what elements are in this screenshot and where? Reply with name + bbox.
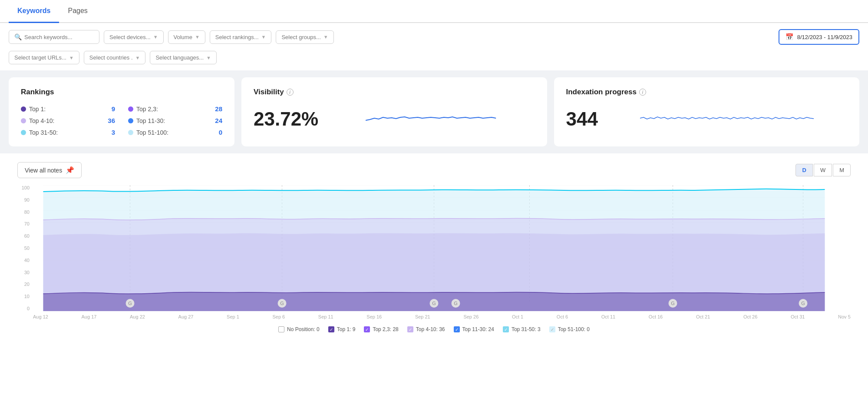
legend-checkbox-top1130[interactable]: ✓ <box>454 326 460 332</box>
pin-icon: 📌 <box>66 166 74 174</box>
countries-label: Select countries . <box>89 54 133 61</box>
volume-filter[interactable]: Volume ▼ <box>168 30 205 44</box>
search-keywords-field[interactable] <box>24 34 94 40</box>
period-day-button[interactable]: D <box>795 164 812 176</box>
top3150-value: 3 <box>112 129 115 136</box>
rankings-grid: Top 1: 9 Top 2,3: 28 Top 4-10: <box>21 105 222 136</box>
svg-text:G: G <box>801 301 805 306</box>
rankings-label: Select rankings... <box>215 34 259 40</box>
rankings-card: Rankings Top 1: 9 Top 2,3: 28 <box>9 77 234 146</box>
rankings-filter[interactable]: Select rankings... ▼ <box>210 30 272 44</box>
top51100-label: Top 51-100: <box>136 129 168 136</box>
indexation-content: 344 <box>566 105 848 133</box>
search-icon: 🔍 <box>14 33 22 40</box>
legend-checkbox-top3150[interactable]: ✓ <box>503 326 509 332</box>
legend-top23[interactable]: ✓ Top 2,3: 28 <box>364 326 398 332</box>
chart-legend: No Position: 0 ✓ Top 1: 9 ✓ Top 2,3: 28 … <box>17 326 851 332</box>
rank-item-top410: Top 4-10: 36 <box>21 117 115 124</box>
devices-label: Select devices... <box>109 34 151 40</box>
target-urls-filter[interactable]: Select target URLs... ▼ <box>9 51 79 64</box>
top23-value: 28 <box>215 105 222 113</box>
top1130-value: 24 <box>215 117 222 124</box>
top23-label: Top 2,3: <box>136 106 158 113</box>
period-buttons: D W M <box>795 164 851 176</box>
period-week-button[interactable]: W <box>814 164 832 176</box>
svg-text:G: G <box>280 301 284 306</box>
rank-item-top3150: Top 31-50: 3 <box>21 129 115 136</box>
view-notes-label: View all notes <box>25 167 62 174</box>
legend-checkbox-top1[interactable]: ✓ <box>328 326 334 332</box>
groups-filter[interactable]: Select groups... ▼ <box>276 30 333 44</box>
legend-checkbox-top51100[interactable]: ✓ <box>549 326 555 332</box>
indexation-card: Indexation progress i 344 <box>554 77 860 146</box>
chevron-down-icon: ▼ <box>206 55 211 60</box>
tabs-bar: Keywords Pages <box>0 0 868 23</box>
indexation-info-icon[interactable]: i <box>639 89 646 96</box>
visibility-content: 23.72% <box>254 105 535 133</box>
rank-item-top51100: Top 51-100: 0 <box>128 129 222 136</box>
legend-top1130[interactable]: ✓ Top 11-30: 24 <box>454 326 494 332</box>
countries-filter[interactable]: Select countries . ▼ <box>84 51 146 64</box>
tab-pages[interactable]: Pages <box>59 0 96 23</box>
tab-keywords[interactable]: Keywords <box>9 0 59 23</box>
languages-filter[interactable]: Select languages... ▼ <box>150 51 216 64</box>
legend-top1[interactable]: ✓ Top 1: 9 <box>328 326 356 332</box>
top51100-value: 0 <box>219 129 222 136</box>
rank-item-top1: Top 1: 9 <box>21 105 115 113</box>
chart-wrapper: 100 90 80 70 60 50 40 30 20 10 0 <box>17 185 851 319</box>
chart-controls: View all notes 📌 D W M <box>17 162 851 178</box>
stats-row: Rankings Top 1: 9 Top 2,3: 28 <box>0 70 868 153</box>
volume-label: Volume <box>174 34 192 40</box>
svg-text:G: G <box>454 301 458 306</box>
chevron-down-icon: ▼ <box>261 34 266 40</box>
devices-filter[interactable]: Select devices... ▼ <box>104 30 164 44</box>
visibility-title: Visibility i <box>254 88 535 96</box>
top1-value: 9 <box>112 105 115 113</box>
chevron-down-icon: ▼ <box>69 55 74 60</box>
indexation-sparkline <box>607 105 847 133</box>
svg-text:G: G <box>671 301 675 306</box>
top1-dot <box>21 106 26 112</box>
indexation-value: 344 <box>566 108 598 130</box>
legend-no-position[interactable]: No Position: 0 <box>278 326 320 332</box>
legend-top410[interactable]: ✓ Top 4-10: 36 <box>407 326 445 332</box>
top3150-label: Top 31-50: <box>29 129 58 136</box>
top410-dot <box>21 118 26 123</box>
visibility-sparkline <box>327 105 535 133</box>
legend-checkbox-no-position[interactable] <box>278 326 284 332</box>
legend-top3150[interactable]: ✓ Top 31-50: 3 <box>503 326 541 332</box>
calendar-icon: 📅 <box>785 33 794 41</box>
top1-label: Top 1: <box>29 106 46 113</box>
chevron-down-icon: ▼ <box>135 55 140 60</box>
filter-row-2: Select target URLs... ▼ Select countries… <box>0 51 868 70</box>
visibility-value: 23.72% <box>254 108 318 130</box>
date-range-filter[interactable]: 📅 8/12/2023 - 11/9/2023 <box>779 29 859 45</box>
chart-section: View all notes 📌 D W M 100 90 80 70 60 5… <box>9 153 859 341</box>
legend-top51100[interactable]: ✓ Top 51-100: 0 <box>549 326 590 332</box>
chevron-down-icon: ▼ <box>323 34 328 40</box>
rankings-title: Rankings <box>21 88 222 96</box>
rank-item-top23: Top 2,3: 28 <box>128 105 222 113</box>
visibility-info-icon[interactable]: i <box>287 89 294 96</box>
legend-checkbox-top23[interactable]: ✓ <box>364 326 370 332</box>
target-urls-label: Select target URLs... <box>14 54 66 61</box>
date-range-value: 8/12/2023 - 11/9/2023 <box>797 34 852 40</box>
top23-dot <box>128 106 133 112</box>
svg-text:G: G <box>432 301 436 306</box>
x-axis-labels: Aug 12 Aug 17 Aug 22 Aug 27 Sep 1 Sep 6 … <box>33 312 851 319</box>
indexation-title: Indexation progress i <box>566 88 848 96</box>
app-container: Keywords Pages 🔍 Select devices... ▼ Vol… <box>0 0 868 418</box>
languages-label: Select languages... <box>155 54 204 61</box>
svg-text:G: G <box>128 301 132 306</box>
view-all-notes-button[interactable]: View all notes 📌 <box>17 162 82 178</box>
legend-checkbox-top410[interactable]: ✓ <box>407 326 413 332</box>
chevron-down-icon: ▼ <box>153 34 158 40</box>
top410-value: 36 <box>108 117 115 124</box>
top3150-dot <box>21 130 26 135</box>
search-keywords-input[interactable]: 🔍 <box>9 30 99 44</box>
top51100-dot <box>128 130 133 135</box>
top1130-dot <box>128 118 133 123</box>
top1130-label: Top 11-30: <box>136 117 165 124</box>
period-month-button[interactable]: M <box>833 164 851 176</box>
groups-label: Select groups... <box>281 34 320 40</box>
